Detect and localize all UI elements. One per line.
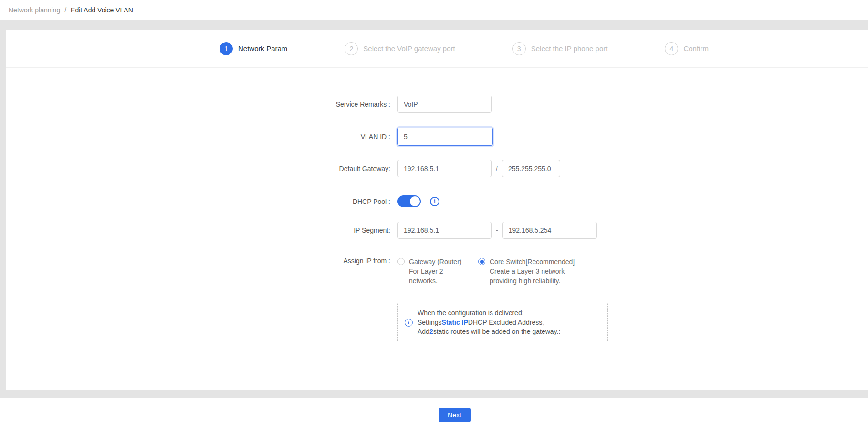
breadcrumb-current-page: Edit Add Voice VLAN bbox=[71, 6, 133, 14]
route-count-highlight: 2 bbox=[429, 328, 433, 335]
dhcp-pool-row: DHCP Pool : i bbox=[6, 195, 868, 207]
radio-selected-icon[interactable] bbox=[478, 258, 485, 265]
step-select-ip-phone-port: 3 Select the IP phone port bbox=[512, 42, 608, 55]
radio-unselected-icon[interactable] bbox=[397, 258, 405, 265]
ip-segment-start-input[interactable] bbox=[397, 222, 492, 239]
radio-option-text: Gateway (Router) For Layer 2 networks. bbox=[409, 257, 461, 286]
vlan-id-label: VLAN ID : bbox=[6, 133, 390, 140]
ip-segment-end-input[interactable] bbox=[502, 222, 597, 239]
dhcp-pool-label: DHCP Pool : bbox=[6, 198, 390, 205]
breadcrumb-parent-link[interactable]: Network planning bbox=[9, 6, 60, 14]
assign-ip-from-row: Assign IP from : Gateway (Router) For La… bbox=[6, 257, 868, 286]
step-confirm: 4 Confirm bbox=[665, 42, 709, 55]
breadcrumb: Network planning / Edit Add Voice VLAN bbox=[0, 0, 868, 20]
step-number-badge: 3 bbox=[512, 42, 526, 55]
step-number-badge: 1 bbox=[220, 42, 233, 55]
service-remarks-input[interactable] bbox=[397, 96, 492, 113]
ip-segment-label: IP Segment: bbox=[6, 226, 390, 234]
info-icon: i bbox=[405, 319, 413, 327]
radio-option-text: Core Switch[Recommended] Create a Layer … bbox=[490, 257, 575, 286]
gateway-mask-separator: / bbox=[496, 165, 498, 172]
toggle-knob bbox=[410, 196, 420, 206]
notice-line-1: When the configuration is delivered: bbox=[418, 309, 560, 318]
ip-segment-separator: - bbox=[496, 226, 498, 234]
delivery-notice-box: i When the configuration is delivered: S… bbox=[397, 303, 608, 342]
step-label: Network Param bbox=[238, 44, 287, 53]
notice-line-3: Add2static routes will be added on the g… bbox=[418, 327, 560, 337]
step-number-badge: 2 bbox=[345, 42, 358, 55]
notice-line-2: SettingsStatic IPDHCP Excluded Address、 bbox=[418, 318, 560, 328]
footer-bar: Next bbox=[0, 398, 868, 427]
next-button[interactable]: Next bbox=[439, 408, 471, 422]
delivery-notice-text: When the configuration is delivered: Set… bbox=[418, 309, 560, 337]
radio-option-core-switch[interactable]: Core Switch[Recommended] Create a Layer … bbox=[478, 257, 575, 286]
ip-segment-row: IP Segment: - bbox=[6, 222, 868, 239]
wizard-card: 1 Network Param 2 Select the VoIP gatewa… bbox=[6, 30, 868, 390]
service-remarks-row: Service Remarks : bbox=[6, 96, 868, 113]
step-number-badge: 4 bbox=[665, 42, 678, 55]
subnet-mask-input[interactable] bbox=[502, 160, 560, 177]
default-gateway-label: Default Gateway: bbox=[6, 165, 390, 172]
step-indicator: 1 Network Param 2 Select the VoIP gatewa… bbox=[6, 30, 868, 68]
step-select-voip-gateway-port: 2 Select the VoIP gateway port bbox=[345, 42, 455, 55]
default-gateway-row: Default Gateway: / bbox=[6, 160, 868, 177]
vlan-id-input[interactable] bbox=[397, 128, 493, 146]
step-label: Confirm bbox=[683, 44, 709, 53]
content-background: 1 Network Param 2 Select the VoIP gatewa… bbox=[0, 20, 868, 398]
default-gateway-ip-input[interactable] bbox=[397, 160, 492, 177]
service-remarks-label: Service Remarks : bbox=[6, 100, 390, 108]
step-label: Select the IP phone port bbox=[531, 44, 608, 53]
step-network-param: 1 Network Param bbox=[220, 42, 287, 55]
static-ip-highlight: Static IP bbox=[442, 319, 468, 326]
radio-option-gateway-router[interactable]: Gateway (Router) For Layer 2 networks. bbox=[397, 257, 478, 286]
assign-ip-from-label: Assign IP from : bbox=[6, 257, 390, 265]
network-param-form: Service Remarks : VLAN ID : Default Gate… bbox=[6, 68, 868, 342]
vlan-id-row: VLAN ID : bbox=[6, 128, 868, 146]
step-label: Select the VoIP gateway port bbox=[363, 44, 455, 53]
info-icon[interactable]: i bbox=[430, 197, 439, 206]
breadcrumb-separator: / bbox=[64, 6, 66, 14]
page: Network planning / Edit Add Voice VLAN 1… bbox=[0, 0, 868, 427]
dhcp-pool-toggle[interactable] bbox=[397, 195, 421, 207]
